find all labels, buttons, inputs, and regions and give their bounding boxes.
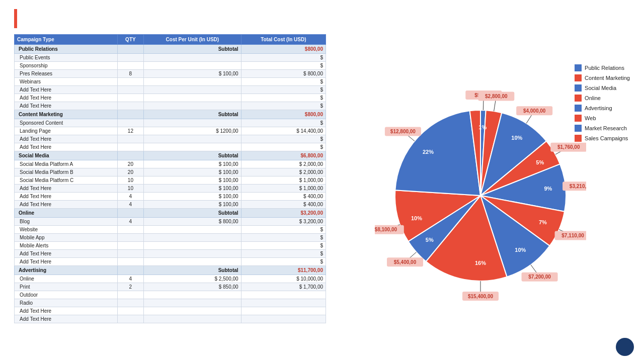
- total-cell: $: [241, 62, 326, 70]
- campaign-name: Outdoor: [15, 291, 118, 299]
- total-cell: $: [241, 143, 326, 151]
- col-campaign-type: Campaign Type: [15, 35, 118, 45]
- campaign-name: Add Text Here: [15, 102, 118, 110]
- legend-item-sales-campaigns: Sales Campaigns: [575, 135, 630, 142]
- cpu-cell: [144, 135, 242, 143]
- section-row-content-marketing: Content Marketing Subtotal $800,00: [15, 110, 326, 119]
- total-cell: $ 1,000,00: [241, 185, 326, 193]
- table-row: Social Media Platform B 20 $ 100,00 $ 2,…: [15, 168, 326, 176]
- cpu-cell: [144, 291, 242, 299]
- total-cell: $ 800,00: [241, 70, 326, 78]
- section-qty: [117, 151, 143, 160]
- section-subtotal-value: $3,200,00: [241, 209, 326, 218]
- qty-cell: [117, 307, 143, 315]
- legend-label: Public Relations: [585, 65, 624, 71]
- section-subtotal-value: $6,800,00: [241, 151, 326, 160]
- qty-cell: [117, 86, 143, 94]
- pie-pct-label: 7%: [539, 219, 547, 225]
- table-row: Mobile Alerts $: [15, 242, 326, 250]
- cpu-cell: [144, 242, 242, 250]
- qty-cell: 20: [117, 160, 143, 168]
- qty-cell: 8: [117, 70, 143, 78]
- cpu-cell: [144, 102, 242, 110]
- table-row: Social Media Platform C 10 $ 100,00 $ 1,…: [15, 176, 326, 185]
- cpu-cell: $ 100,00: [144, 193, 242, 201]
- legend-label: Web: [585, 115, 596, 121]
- table-row: Webinars $: [15, 78, 326, 86]
- table-row: Radio: [15, 299, 326, 307]
- campaign-name: Social Media Platform A: [15, 160, 118, 168]
- callout-value: $2,800,00: [485, 94, 508, 99]
- legend-item-public-relations: Public Relations: [575, 64, 630, 71]
- section-name: Online: [15, 209, 118, 218]
- legend-color: [575, 115, 582, 122]
- total-cell: $: [241, 86, 326, 94]
- budget-table: Campaign Type QTY Cost Per Unit (In USD)…: [14, 34, 326, 323]
- table-row: Blog 4 $ 800,00 $ 3,200,00: [15, 218, 326, 226]
- qty-cell: 4: [117, 218, 143, 226]
- qty-cell: 4: [117, 275, 143, 283]
- cpu-cell: $ 100,00: [144, 201, 242, 209]
- legend-item-market-research: Market Research: [575, 125, 630, 132]
- legend-color: [575, 95, 582, 102]
- cpu-cell: [144, 315, 242, 323]
- cpu-cell: $ 850,00: [144, 283, 242, 291]
- total-cell: $: [241, 102, 326, 110]
- qty-cell: 4: [117, 193, 143, 201]
- qty-cell: [117, 250, 143, 258]
- pie-pct-label: 5%: [426, 237, 434, 243]
- callout-value: $15,400,00: [468, 294, 493, 299]
- table-row: Add Text Here $: [15, 86, 326, 94]
- table-row: Add Text Here $: [15, 94, 326, 102]
- table-row: Print 2 $ 850,00 $ 1,700,00: [15, 283, 326, 291]
- campaign-name: Print: [15, 283, 118, 291]
- qty-cell: 10: [117, 185, 143, 193]
- pie-pct-label: 10%: [515, 247, 526, 253]
- qty-cell: [117, 94, 143, 102]
- main-content: Campaign Type QTY Cost Per Unit (In USD)…: [14, 34, 630, 357]
- section-row-advertising: Advertising Subtotal $11,700,00: [15, 266, 326, 275]
- table-row: Online 4 $ 2,500,00 $ 10,000,00: [15, 275, 326, 283]
- campaign-name: Add Text Here: [15, 94, 118, 102]
- qty-cell: 4: [117, 201, 143, 209]
- qty-cell: [117, 78, 143, 86]
- chart-section: 1%$500,00$2,800,0010%$4,000,005%$1,760,0…: [331, 34, 630, 357]
- total-cell: $: [241, 135, 326, 143]
- total-cell: $ 1,700,00: [241, 283, 326, 291]
- table-row: Sponsorship $: [15, 62, 326, 70]
- legend-color: [575, 125, 582, 132]
- budget-table-section: Campaign Type QTY Cost Per Unit (In USD)…: [14, 34, 326, 357]
- campaign-name: Blog: [15, 218, 118, 226]
- table-row: Add Text Here $: [15, 250, 326, 258]
- legend-item-social-media: Social Media: [575, 84, 630, 92]
- callout-value: $1,760,00: [557, 144, 580, 150]
- col-qty: QTY: [117, 35, 143, 45]
- section-name: Social Media: [15, 151, 118, 160]
- total-cell: $ 3,200,00: [241, 218, 326, 226]
- qty-cell: [117, 242, 143, 250]
- total-cell: [241, 315, 326, 323]
- total-cell: $ 2,000,00: [241, 160, 326, 168]
- pie-pct-label: 16%: [475, 260, 486, 266]
- table-row: Add Text Here 10 $ 100,00 $ 1,000,00: [15, 185, 326, 193]
- campaign-name: Add Text Here: [15, 258, 118, 266]
- pie-pct-label: 10%: [511, 135, 522, 141]
- cpu-cell: [144, 258, 242, 266]
- legend-label: Advertising: [585, 105, 612, 111]
- total-cell: $: [241, 78, 326, 86]
- col-total: Total Cost (In USD): [241, 35, 326, 45]
- total-cell: $: [241, 250, 326, 258]
- campaign-name: Add Text Here: [15, 135, 118, 143]
- callout-value: $12,800,00: [390, 129, 416, 134]
- pie-chart: 1%$500,00$2,800,0010%$4,000,005%$1,760,0…: [375, 90, 586, 301]
- table-row: Add Text Here $: [15, 102, 326, 110]
- cpu-cell: $ 100,00: [144, 185, 242, 193]
- campaign-name: Add Text Here: [15, 307, 118, 315]
- table-row: Outdoor: [15, 291, 326, 299]
- table-row: Add Text Here: [15, 307, 326, 315]
- cpu-cell: $ 100,00: [144, 160, 242, 168]
- section-row-online: Online Subtotal $3,200,00: [15, 209, 326, 218]
- qty-cell: 20: [117, 168, 143, 176]
- page: Campaign Type QTY Cost Per Unit (In USD)…: [0, 0, 644, 362]
- pie-pct-label: 22%: [423, 149, 434, 155]
